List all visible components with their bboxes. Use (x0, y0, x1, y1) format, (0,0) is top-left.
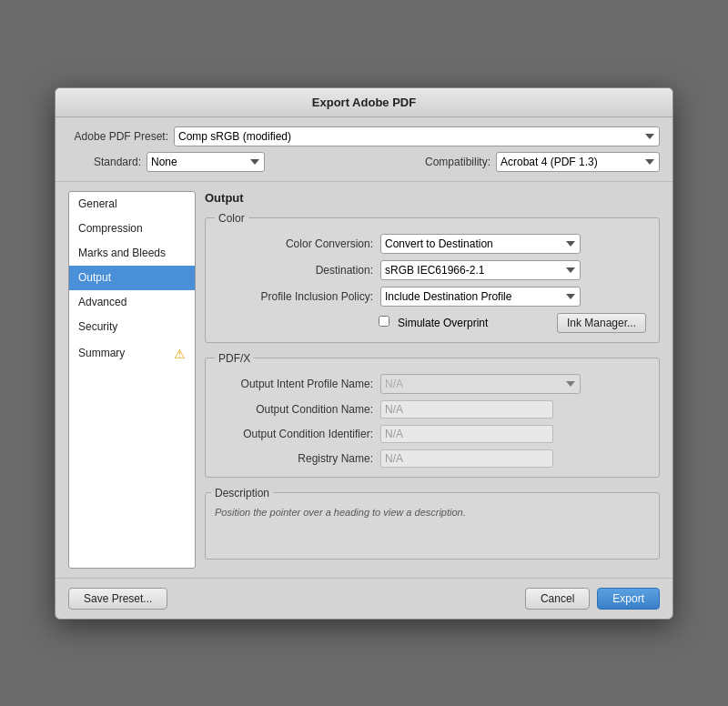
toolbar: Adobe PDF Preset: Comp sRGB (modified) S… (56, 117, 672, 182)
output-condition-id-input[interactable] (380, 425, 553, 443)
destination-label: Destination: (218, 264, 373, 277)
pdfx-legend: PDF/X (215, 352, 254, 365)
sidebar: General Compression Marks and Bleeds Out… (68, 191, 196, 569)
standard-label: Standard: (68, 156, 141, 168)
output-condition-label: Output Condition Name: (218, 403, 373, 416)
sidebar-item-compression[interactable]: Compression (69, 217, 195, 241)
color-conversion-select[interactable]: Convert to Destination (380, 234, 581, 254)
main-content: Output Color Color Conversion: Convert t… (205, 191, 660, 569)
output-condition-row: Output Condition Name: (218, 400, 646, 419)
description-legend: Description (211, 487, 273, 499)
simulate-overprint-label: Simulate Overprint (398, 317, 488, 329)
color-conversion-row: Color Conversion: Convert to Destination (218, 234, 646, 254)
warning-icon: ⚠ (174, 344, 186, 364)
registry-label: Registry Name: (218, 452, 373, 465)
output-intent-select[interactable]: N/A (380, 374, 581, 394)
dialog-title: Export Adobe PDF (312, 96, 416, 109)
sidebar-item-summary[interactable]: Summary ⚠ (69, 340, 195, 368)
compatibility-label: Compatibility: (425, 156, 490, 168)
simulate-row: Simulate Overprint Ink Manager... (218, 313, 646, 333)
save-preset-button[interactable]: Save Preset... (68, 588, 167, 610)
pdfx-fieldset: PDF/X Output Intent Profile Name: N/A Ou… (205, 352, 660, 478)
color-conversion-label: Color Conversion: (218, 237, 373, 250)
compatibility-select[interactable]: Acrobat 4 (PDF 1.3) (496, 152, 660, 172)
output-condition-input[interactable] (380, 400, 553, 419)
destination-select[interactable]: sRGB IEC61966-2.1 (380, 260, 581, 280)
preset-label: Adobe PDF Preset: (68, 130, 168, 143)
registry-input[interactable] (380, 449, 553, 468)
profile-inclusion-row: Profile Inclusion Policy: Include Destin… (218, 287, 646, 307)
title-bar: Export Adobe PDF (56, 88, 672, 117)
sidebar-item-general[interactable]: General (69, 192, 195, 217)
description-text: Position the pointer over a heading to v… (215, 507, 650, 518)
section-title: Output (205, 191, 660, 205)
ink-manager-button[interactable]: Ink Manager... (557, 313, 646, 333)
color-fieldset: Color Color Conversion: Convert to Desti… (205, 212, 660, 343)
simulate-overprint-checkbox[interactable] (379, 316, 389, 327)
preset-select[interactable]: Comp sRGB (modified) (174, 126, 660, 146)
simulate-left: Simulate Overprint (218, 316, 488, 329)
cancel-button[interactable]: Cancel (525, 588, 590, 610)
destination-row: Destination: sRGB IEC61966-2.1 (218, 260, 646, 280)
color-legend: Color (215, 212, 248, 225)
description-fieldset: Description Position the pointer over a … (205, 487, 660, 560)
sidebar-item-security[interactable]: Security (69, 315, 195, 339)
body: General Compression Marks and Bleeds Out… (56, 182, 672, 578)
export-pdf-dialog: Export Adobe PDF Adobe PDF Preset: Comp … (55, 87, 673, 620)
sidebar-item-output[interactable]: Output (69, 266, 195, 290)
profile-inclusion-label: Profile Inclusion Policy: (218, 290, 373, 303)
profile-inclusion-select[interactable]: Include Destination Profile (380, 287, 581, 307)
output-intent-row: Output Intent Profile Name: N/A (218, 374, 646, 394)
output-condition-id-label: Output Condition Identifier: (218, 428, 373, 440)
footer: Save Preset... Cancel Export (56, 578, 672, 619)
output-condition-id-row: Output Condition Identifier: (218, 425, 646, 443)
sidebar-item-advanced[interactable]: Advanced (69, 290, 195, 315)
standard-select[interactable]: None (147, 152, 265, 172)
export-button[interactable]: Export (597, 588, 660, 610)
registry-row: Registry Name: (218, 449, 646, 468)
output-intent-label: Output Intent Profile Name: (218, 378, 373, 390)
sidebar-item-marks-and-bleeds[interactable]: Marks and Bleeds (69, 241, 195, 266)
footer-right: Cancel Export (525, 588, 660, 610)
